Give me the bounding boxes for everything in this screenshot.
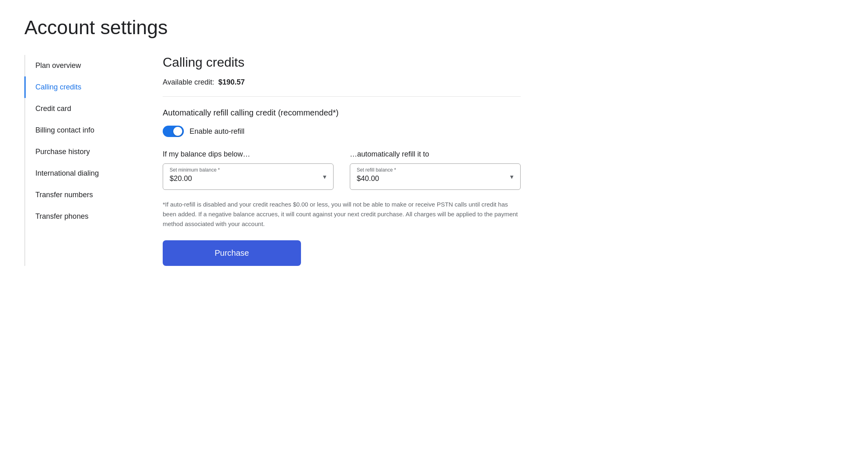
- sidebar-item-international-dialing[interactable]: International dialing: [24, 163, 138, 184]
- refill-balance-dropdown-icon: ▼: [509, 174, 515, 180]
- auto-refill-toggle[interactable]: [163, 126, 184, 137]
- auto-refill-toggle-row: Enable auto-refill: [163, 126, 521, 137]
- auto-refill-label: …automatically refill it to: [350, 150, 521, 159]
- refill-balance-field-label: Set refill balance *: [357, 167, 396, 173]
- min-balance-value: $20.00: [170, 174, 315, 183]
- refill-balance-group: …automatically refill it to Set refill b…: [350, 150, 521, 190]
- disclaimer-text: *If auto-refill is disabled and your cre…: [163, 200, 521, 229]
- section-divider: [163, 96, 521, 97]
- sidebar-item-plan-overview[interactable]: Plan overview: [24, 55, 138, 76]
- sidebar-item-transfer-numbers[interactable]: Transfer numbers: [24, 184, 138, 206]
- auto-refill-title: Automatically refill calling credit (rec…: [163, 108, 521, 118]
- purchase-button[interactable]: Purchase: [163, 240, 301, 266]
- sidebar-item-calling-credits[interactable]: Calling credits: [24, 76, 138, 98]
- refill-balance-value: $40.00: [357, 174, 502, 183]
- min-balance-dropdown-icon: ▼: [322, 174, 327, 180]
- balance-settings-row: If my balance dips below… Set minimum ba…: [163, 150, 521, 190]
- min-balance-select[interactable]: Set minimum balance * $20.00 ▼: [163, 163, 334, 190]
- toggle-label: Enable auto-refill: [190, 127, 244, 136]
- page-title: Account settings: [24, 16, 545, 39]
- section-title: Calling credits: [163, 55, 521, 70]
- main-content: Calling credits Available credit: $190.5…: [138, 55, 545, 266]
- balance-dips-label: If my balance dips below…: [163, 150, 334, 159]
- sidebar: Plan overview Calling credits Credit car…: [24, 55, 138, 266]
- sidebar-item-transfer-phones[interactable]: Transfer phones: [24, 206, 138, 227]
- min-balance-field-label: Set minimum balance *: [170, 167, 220, 173]
- refill-balance-select[interactable]: Set refill balance * $40.00 ▼: [350, 163, 521, 190]
- sidebar-item-purchase-history[interactable]: Purchase history: [24, 141, 138, 163]
- sidebar-item-credit-card[interactable]: Credit card: [24, 98, 138, 120]
- sidebar-item-billing-contact-info[interactable]: Billing contact info: [24, 120, 138, 141]
- available-credit: Available credit: $190.57: [163, 78, 521, 87]
- min-balance-group: If my balance dips below… Set minimum ba…: [163, 150, 334, 190]
